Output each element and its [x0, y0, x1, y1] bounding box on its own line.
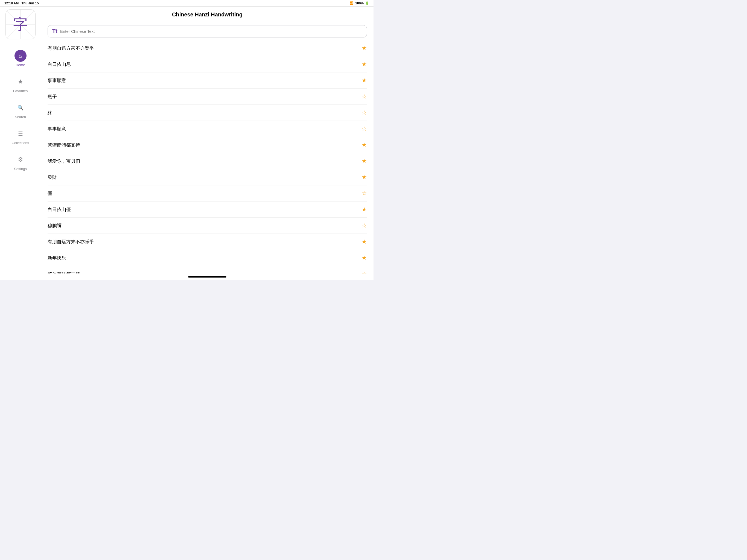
- star-filled-icon[interactable]: ★: [361, 174, 367, 181]
- star-empty-icon[interactable]: ☆: [361, 222, 367, 229]
- sidebar-item-favorites[interactable]: ★ Favorites: [0, 71, 41, 97]
- phrase-text: 事事順意: [48, 77, 66, 84]
- search-nav-icon: 🔍: [18, 105, 24, 111]
- star-empty-icon[interactable]: ☆: [361, 125, 367, 132]
- phrase-row[interactable]: 白日依山尽★: [48, 56, 367, 73]
- app-logo-char: 字: [13, 15, 28, 34]
- phrase-row[interactable]: 新年快乐★: [48, 250, 367, 266]
- settings-label: Settings: [14, 167, 27, 171]
- collections-icon: ☰: [18, 130, 23, 137]
- phrase-row[interactable]: 繁體簡體都支持★: [48, 137, 367, 153]
- collections-label: Collections: [12, 141, 29, 145]
- sidebar: 字 ⌂ Home ★ Favorites 🔍 Search ☰ Collec: [0, 6, 41, 280]
- home-label: Home: [16, 63, 25, 67]
- star-empty-icon[interactable]: ☆: [361, 109, 367, 116]
- phrase-row[interactable]: 我爱你，宝贝们★: [48, 153, 367, 169]
- star-empty-icon[interactable]: ☆: [361, 93, 367, 100]
- phrase-row[interactable]: 事事順意★: [48, 73, 367, 88]
- star-empty-icon[interactable]: ☆: [361, 271, 367, 274]
- search-input[interactable]: [60, 29, 362, 34]
- phrase-row[interactable]: 繁体简体都支持☆: [48, 266, 367, 274]
- star-filled-icon[interactable]: ★: [361, 77, 367, 84]
- text-format-icon: Tt: [52, 28, 57, 34]
- phrase-text: 終: [48, 110, 52, 116]
- sidebar-item-settings[interactable]: ⚙ Settings: [0, 149, 41, 175]
- phrase-text: 新年快乐: [48, 255, 66, 261]
- star-empty-icon[interactable]: ☆: [361, 190, 367, 197]
- phrase-text: 僵: [48, 190, 52, 197]
- search-label: Search: [15, 115, 26, 119]
- phrase-text: 有朋自远方来不亦乐乎: [48, 239, 94, 245]
- phrase-row[interactable]: 有朋自遠方來不亦樂乎★: [48, 40, 367, 56]
- phrase-text: 繁體簡體都支持: [48, 142, 80, 148]
- star-filled-icon[interactable]: ★: [361, 206, 367, 213]
- star-filled-icon[interactable]: ★: [361, 142, 367, 149]
- favorites-label: Favorites: [13, 89, 28, 93]
- phrase-row[interactable]: 穆鵬禰☆: [48, 218, 367, 234]
- phrase-row[interactable]: 發財★: [48, 169, 367, 185]
- phrase-row[interactable]: 有朋自远方来不亦乐乎★: [48, 234, 367, 250]
- app-logo: 字: [5, 9, 35, 40]
- phrase-text: 繁体简体都支持: [48, 271, 80, 274]
- phrase-row[interactable]: 白日依山僵★: [48, 202, 367, 218]
- phrases-list: 有朋自遠方來不亦樂乎★白日依山尽★事事順意★瓶子☆終☆事事順意☆繁體簡體都支持★…: [41, 40, 374, 274]
- favorites-icon: ★: [18, 78, 23, 85]
- settings-icon: ⚙: [18, 156, 23, 163]
- star-filled-icon[interactable]: ★: [361, 45, 367, 52]
- home-indicator: [41, 274, 374, 280]
- phrase-text: 白日依山僵: [48, 206, 71, 213]
- phrase-text: 瓶子: [48, 94, 57, 100]
- phrase-row[interactable]: 僵☆: [48, 185, 367, 202]
- phrase-text: 白日依山尽: [48, 61, 71, 68]
- status-bar: 12:18 AM Thu Jun 15 📶 100% 🔋: [0, 0, 374, 6]
- search-bar-wrapper: Tt: [41, 21, 374, 40]
- phrase-text: 有朋自遠方來不亦樂乎: [48, 45, 94, 51]
- star-filled-icon[interactable]: ★: [361, 254, 367, 261]
- phrase-text: 穆鵬禰: [48, 223, 61, 229]
- star-filled-icon[interactable]: ★: [361, 157, 367, 164]
- status-time-date: 12:18 AM Thu Jun 15: [4, 1, 39, 5]
- battery-icon: 🔋: [365, 1, 369, 5]
- phrase-row[interactable]: 瓶子☆: [48, 88, 367, 105]
- main-content: Chinese Hanzi Handwriting Tt 有朋自遠方來不亦樂乎★…: [41, 6, 374, 280]
- phrase-text: 事事順意: [48, 126, 66, 132]
- battery-percent: 100%: [355, 1, 364, 5]
- home-icon: ⌂: [19, 53, 22, 59]
- phrase-text: 發財: [48, 174, 57, 180]
- wifi-icon: 📶: [350, 1, 354, 5]
- phrase-row[interactable]: 終☆: [48, 105, 367, 121]
- star-filled-icon[interactable]: ★: [361, 238, 367, 245]
- home-bar: [188, 276, 226, 278]
- phrase-text: 我爱你，宝贝们: [48, 158, 80, 164]
- search-bar[interactable]: Tt: [48, 25, 367, 37]
- phrase-row[interactable]: 事事順意☆: [48, 121, 367, 137]
- sidebar-item-search[interactable]: 🔍 Search: [0, 97, 41, 123]
- sidebar-item-collections[interactable]: ☰ Collections: [0, 123, 41, 149]
- page-title: Chinese Hanzi Handwriting: [41, 6, 374, 21]
- star-filled-icon[interactable]: ★: [361, 61, 367, 68]
- sidebar-item-home[interactable]: ⌂ Home: [0, 45, 41, 71]
